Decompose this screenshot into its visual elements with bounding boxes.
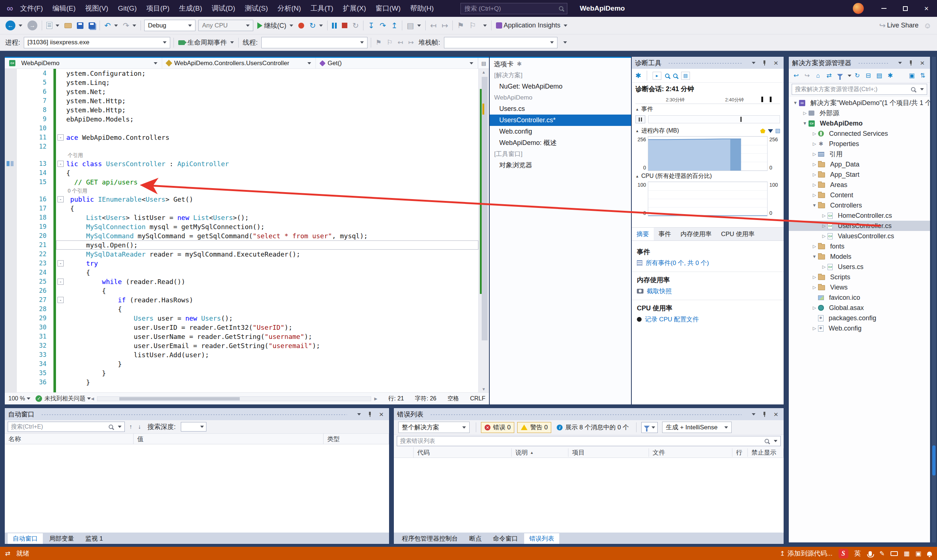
tree-item[interactable]: ▷App_Data <box>789 159 930 169</box>
add-to-source-control-button[interactable]: ↥添加到源代码... <box>780 549 832 558</box>
autos-grid-body[interactable] <box>5 445 389 532</box>
properties-icon[interactable]: ✱ <box>885 71 895 81</box>
column-header[interactable]: 说明▲ <box>512 448 568 457</box>
document-tab[interactable]: NuGet: WebApiDemo <box>490 81 631 92</box>
mic-icon[interactable] <box>869 551 872 556</box>
fold-toggle-icon[interactable]: - <box>57 278 64 285</box>
project-selector[interactable]: WebApiDemo <box>5 58 162 68</box>
diagnostics-tab[interactable]: 内存使用率 <box>675 228 716 240</box>
sync-icon[interactable]: ⇅ <box>918 71 928 81</box>
tree-item[interactable]: ▷fonts <box>789 241 930 251</box>
menu-item-5[interactable]: 项目(P) <box>142 0 174 17</box>
close-panel-button[interactable]: × <box>918 58 927 67</box>
scrollbar-thumb[interactable] <box>482 77 488 340</box>
test-explorer-button[interactable]: ▤ <box>404 17 423 34</box>
restart-debugging-button[interactable]: ↻ <box>350 17 362 34</box>
tree-item[interactable]: ▷Areas <box>789 180 930 190</box>
spaces-indicator[interactable]: 空格 <box>447 395 459 403</box>
document-tab[interactable]: Web.config <box>490 126 631 137</box>
drag-handle[interactable] <box>668 62 742 65</box>
column-header[interactable]: 类型 <box>323 434 389 444</box>
collapse-all-icon[interactable]: ⊟ <box>863 71 873 81</box>
settings-gear-icon[interactable]: ✱ <box>635 71 641 80</box>
tree-item[interactable]: ▷Content <box>789 190 930 200</box>
tree-item[interactable]: ▷外部源 <box>789 108 930 118</box>
horizontal-scrollbar[interactable] <box>97 396 371 401</box>
unflag-threads-button[interactable]: ⚐ <box>384 34 395 51</box>
menu-item-13[interactable]: 帮助(H) <box>406 0 438 17</box>
diagnostics-tab[interactable]: CPU 使用率 <box>716 228 760 240</box>
save-button[interactable] <box>74 17 86 34</box>
solution-configuration-dropdown[interactable]: Debug <box>144 20 195 31</box>
scroll-down-icon[interactable]: ▼ <box>482 387 486 391</box>
toggle-bookmark-button[interactable]: ⚑ <box>455 17 467 34</box>
sogou-ime-icon[interactable] <box>839 549 848 558</box>
panel-tab[interactable]: 程序包管理器控制台 <box>397 533 463 544</box>
step-over-button[interactable]: ↷ <box>377 17 389 34</box>
drag-handle[interactable] <box>858 62 888 65</box>
export-icon[interactable]: ▸ <box>652 72 662 80</box>
window-position-button[interactable] <box>748 413 757 415</box>
filter-menu-icon[interactable] <box>848 75 851 77</box>
tree-item[interactable]: ▼Models <box>789 251 930 262</box>
keyboard-icon[interactable] <box>891 551 898 556</box>
panel-tab[interactable]: 断点 <box>464 533 487 544</box>
fold-toggle-icon[interactable]: - <box>57 161 64 167</box>
filter-button[interactable] <box>641 422 658 433</box>
filter-icon[interactable] <box>835 71 845 81</box>
tree-item[interactable]: favicon.ico <box>789 292 930 303</box>
menu-item-2[interactable]: 编辑(E) <box>48 0 80 17</box>
quick-search-box[interactable]: 搜索 (Ctrl+Q) <box>460 3 567 14</box>
code-area[interactable]: 4ystem.Configuration;5ystem.Linq;6ystem.… <box>5 69 489 392</box>
menu-item-8[interactable]: 测试(S) <box>240 0 273 17</box>
scroll-left-icon[interactable]: ◀ <box>91 396 94 401</box>
menu-item-3[interactable]: 视图(V) <box>80 0 113 17</box>
refresh-icon[interactable]: ↻ <box>852 71 862 81</box>
hot-reload-button[interactable] <box>296 17 307 34</box>
switch-views-icon[interactable]: ⇄ <box>824 71 834 81</box>
open-file-button[interactable] <box>62 17 74 34</box>
bookmark-menu-button[interactable] <box>479 17 489 34</box>
tree-item[interactable]: ▷Views <box>789 282 930 292</box>
menu-item-11[interactable]: 扩展(X) <box>338 0 371 17</box>
tree-item[interactable]: ▷Web.config <box>789 323 930 334</box>
editor-vertical-scrollbar[interactable]: ▲ ▼ <box>479 69 489 392</box>
tree-item[interactable]: ▷App_Start <box>789 169 930 180</box>
fold-toggle-icon[interactable]: - <box>57 297 64 303</box>
next-frame-button[interactable]: ↦ <box>406 34 416 51</box>
close-panel-button[interactable]: × <box>772 410 780 419</box>
thread-dropdown[interactable] <box>262 37 368 48</box>
break-all-button[interactable] <box>329 17 339 34</box>
column-header[interactable]: 文件 <box>649 448 732 457</box>
line-ending-indicator[interactable]: CRLF <box>470 395 485 402</box>
document-tab[interactable]: WebApiDemo: 概述 <box>490 137 631 149</box>
pin-button[interactable] <box>365 411 374 417</box>
new-project-button[interactable] <box>44 17 62 34</box>
menu-item-10[interactable]: 工具(T) <box>306 0 338 17</box>
cpu-section-header[interactable]: ▲CPU (所有处理器的百分比) <box>632 171 784 182</box>
menu-item-6[interactable]: 生成(B) <box>174 0 207 17</box>
navigate-back-button[interactable]: ← <box>3 17 25 34</box>
gear-icon[interactable]: ✱ <box>517 60 522 67</box>
timeline-ruler[interactable]: 2:30分钟2:40分钟 <box>635 95 780 104</box>
scroll-up-icon[interactable]: ▲ <box>482 70 486 74</box>
column-header[interactable]: 项目 <box>568 448 649 457</box>
drag-handle[interactable] <box>430 413 742 416</box>
zoom-out-icon[interactable] <box>673 74 677 78</box>
feedback-button[interactable]: ☺ <box>921 17 934 34</box>
toolbar-overflow-button[interactable] <box>559 34 569 51</box>
column-header[interactable]: 禁止显示 <box>748 448 784 457</box>
panel-tab[interactable]: 命令窗口 <box>488 533 523 544</box>
tree-item[interactable]: ▷Users.cs <box>789 262 930 272</box>
step-out-button[interactable]: ↥ <box>389 17 400 34</box>
panel-tab[interactable]: 监视 1 <box>80 533 108 544</box>
pin-button[interactable] <box>906 60 915 66</box>
drag-handle[interactable] <box>41 413 347 416</box>
summary-link[interactable]: 记录 CPU 配置文件 <box>645 315 699 323</box>
step-into-button[interactable]: ↧ <box>365 17 377 34</box>
health-menu-icon[interactable] <box>87 397 91 400</box>
tree-item[interactable]: ▷UsersController.cs <box>789 221 930 231</box>
document-tab[interactable]: Users.cs <box>490 103 631 115</box>
tree-item[interactable]: packages.config <box>789 313 930 323</box>
zoom-control[interactable]: 100 % <box>8 395 31 402</box>
